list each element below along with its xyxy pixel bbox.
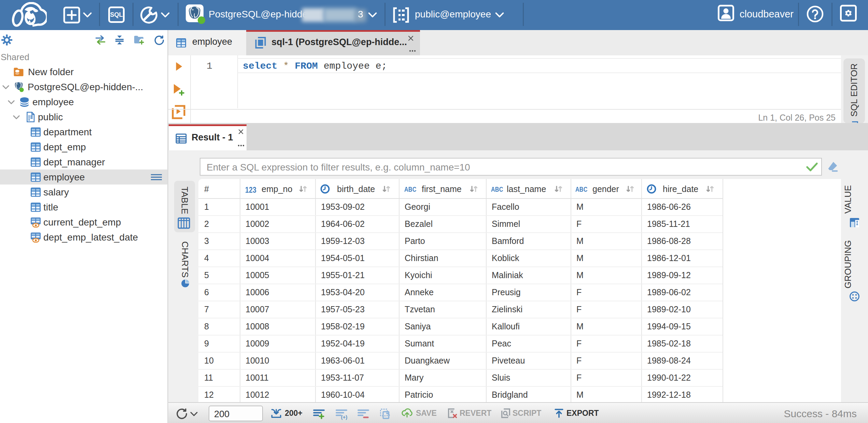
svg-text:(+): (+): [341, 414, 348, 420]
